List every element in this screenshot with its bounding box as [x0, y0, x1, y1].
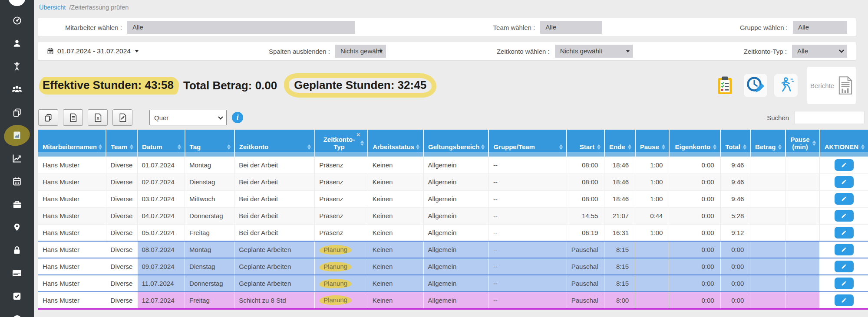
spalten-select[interactable]: Nichts gewählt [335, 45, 386, 58]
sort-icon[interactable] [743, 144, 746, 150]
copy-pages-icon[interactable] [11, 108, 23, 117]
cell-typ: Planung [315, 241, 368, 258]
cell-pause_min [785, 258, 819, 275]
user-icon[interactable] [11, 39, 23, 48]
lock-icon[interactable] [11, 245, 23, 255]
sort-icon[interactable] [130, 144, 133, 150]
breadcrumb-link[interactable]: Übersicht [39, 4, 66, 11]
mitarbeiter-select[interactable]: Alle [127, 21, 355, 34]
column-close-icon[interactable]: ✕ [356, 132, 360, 138]
edit-row-button[interactable] [835, 159, 854, 171]
cell-arbeitsstatus: Keinen [368, 292, 423, 309]
info-icon[interactable]: i [232, 112, 243, 123]
time-edit-icon[interactable] [744, 74, 767, 97]
cell-ende: 16:31 [604, 224, 635, 241]
column-header-team[interactable]: Team [106, 130, 137, 157]
sort-icon[interactable] [812, 141, 816, 146]
column-label: Mitarbeiternamen [43, 143, 97, 150]
column-header-eigenkonto[interactable]: Eigenkonto [669, 130, 720, 157]
cell-start: Pauschal [567, 275, 604, 292]
team-select[interactable]: Alle [540, 21, 602, 34]
edit-row-button[interactable] [835, 210, 854, 222]
quick-actions: Berichte [713, 67, 856, 104]
pdf-export-button[interactable] [112, 109, 132, 126]
column-header-pause_min[interactable]: Pause (min) [785, 130, 819, 157]
sort-icon[interactable] [99, 144, 102, 150]
column-header-name[interactable]: Mitarbeiternamen [38, 130, 106, 157]
edit-row-button[interactable] [835, 278, 854, 289]
cell-team: Diverse [106, 207, 137, 224]
briefcase-icon[interactable] [11, 199, 23, 209]
edit-row-button[interactable] [835, 244, 854, 255]
sort-icon[interactable] [778, 144, 782, 150]
sort-icon[interactable] [481, 144, 485, 150]
sort-icon[interactable] [178, 144, 181, 150]
zeitkonto-filter: Zeitkonto wählen : Nichts gewählt [497, 45, 633, 58]
zeitkonto-select[interactable]: Nichts gewählt [555, 45, 633, 58]
help-question-icon[interactable]: ? [11, 314, 23, 317]
sort-icon[interactable] [713, 144, 716, 150]
statistics-chart-icon[interactable] [11, 154, 23, 163]
cell-pause [635, 292, 669, 309]
sort-icon[interactable] [628, 144, 631, 150]
column-header-geltungsbereich[interactable]: Geltungsbereich [423, 130, 488, 157]
sort-icon[interactable] [360, 141, 364, 146]
copy-export-button[interactable] [38, 109, 58, 126]
column-header-pause[interactable]: Pause [635, 130, 669, 157]
calendar-icon[interactable] [11, 176, 23, 186]
cell-zeitkonto: Bei der Arbeit [234, 173, 315, 190]
column-label: Start [580, 143, 594, 150]
search-input[interactable] [794, 111, 865, 124]
cell-tag: Dienstag [185, 258, 234, 275]
planning-report-icon[interactable] [11, 131, 23, 140]
zeitkonto-typ-select[interactable]: Alle [792, 45, 847, 58]
column-header-ende[interactable]: Ende [604, 130, 635, 157]
person-arms-up-icon[interactable] [11, 62, 23, 71]
cell-team: Diverse [106, 275, 137, 292]
column-header-tag[interactable]: Tag [185, 130, 234, 157]
sort-icon[interactable] [559, 144, 563, 150]
tasks-check-icon[interactable] [11, 291, 23, 301]
column-header-start[interactable]: Start [567, 130, 604, 157]
sort-icon[interactable] [662, 144, 665, 150]
layout-orientation-select[interactable]: Quer [149, 110, 227, 125]
excel-export-button[interactable]: X [88, 109, 108, 126]
zeitkonto-typ-label: Zeitkonto-Typ : [744, 48, 787, 55]
edit-row-button[interactable] [835, 193, 854, 205]
date-range-picker[interactable]: 01.07.2024 - 31.07.2024 [47, 47, 139, 55]
column-header-typ[interactable]: ✕Zeitkonto-Typ [315, 130, 368, 157]
checklist-clipboard-icon[interactable] [713, 74, 737, 97]
column-header-arbeitsstatus[interactable]: Arbeitsstatus [368, 130, 423, 157]
credit-card-icon[interactable] [11, 268, 23, 278]
running-person-icon[interactable] [774, 74, 798, 97]
edit-row-button[interactable] [835, 261, 854, 272]
column-label: Betrag [755, 143, 776, 150]
column-header-zeitkonto[interactable]: Zeitkonto [234, 130, 315, 157]
sort-icon[interactable] [227, 144, 231, 150]
column-header-aktionen[interactable]: AKTIONEN [820, 130, 868, 157]
column-header-datum[interactable]: Datum [137, 130, 185, 157]
gruppe-select[interactable]: Alle [793, 21, 847, 34]
column-header-gruppe[interactable]: Gruppe/Team [488, 130, 567, 157]
edit-row-button[interactable] [835, 176, 854, 188]
map-marker-icon[interactable] [11, 222, 23, 232]
file-export-button[interactable] [63, 109, 83, 126]
planned-hours-highlight: Geplante Stunden: 32:45 [284, 73, 436, 98]
cell-arbeitsstatus: Keinen [368, 258, 423, 275]
cell-total: 0:00 [720, 241, 750, 258]
gruppe-label: Gruppe wählen : [740, 24, 788, 31]
dashboard-icon[interactable] [11, 16, 23, 25]
edit-row-button[interactable] [835, 227, 854, 239]
sort-icon[interactable] [861, 144, 865, 150]
berichte-button[interactable]: Berichte [807, 67, 856, 104]
team-group-icon[interactable] [11, 85, 23, 94]
spalten-filter: Spalten ausblenden : Nichts gewählt [269, 45, 386, 58]
sort-icon[interactable] [416, 144, 419, 150]
sort-icon[interactable] [307, 144, 311, 150]
column-header-total[interactable]: Total [720, 130, 750, 157]
cell-datum: 09.07.2024 [137, 258, 185, 275]
cell-name: Hans Muster [38, 241, 106, 258]
edit-row-button[interactable] [835, 294, 854, 306]
sort-icon[interactable] [597, 144, 601, 150]
column-header-betrag[interactable]: Betrag [750, 130, 786, 157]
